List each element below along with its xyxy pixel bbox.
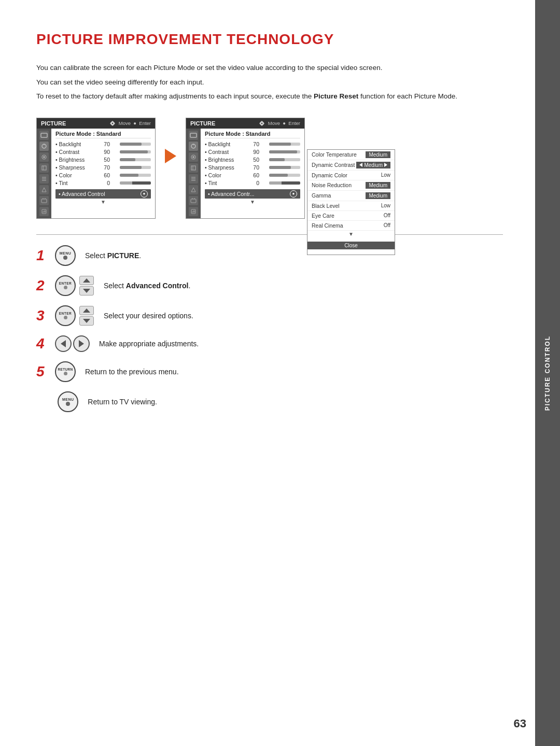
- section-divider: [36, 234, 503, 235]
- intro-line1: You can calibrate the screen for each Pi…: [36, 62, 503, 74]
- step-5-number: 5: [36, 364, 46, 379]
- dropdown-row-gamma: Gamma Medium: [307, 191, 395, 201]
- menu1-row-backlight: • Backlight 70: [55, 140, 151, 148]
- sidebar-icon-1: [39, 131, 49, 140]
- menu2-down-arrow: ▼: [205, 199, 300, 205]
- sidebar2-icon-8: [189, 207, 198, 216]
- step-menu-number: [36, 395, 48, 409]
- svg-point-8: [43, 156, 45, 158]
- menu2-header: PICTURE Move ● Enter: [186, 118, 304, 129]
- sidebar2-icon-7: [189, 196, 198, 205]
- step-1: 1 MENU Select PICTURE.: [36, 245, 503, 266]
- close-button[interactable]: Close: [307, 242, 395, 249]
- menu2-row-brightness: • Brightness 50: [205, 156, 300, 164]
- menu1-mode: Picture Mode : Standard: [55, 131, 151, 138]
- menu2-mode: Picture Mode : Standard: [205, 131, 300, 138]
- svg-marker-22: [259, 121, 261, 125]
- up-down-buttons-2: [79, 305, 94, 326]
- dropdown-value-dynamic-contrast: Medium: [356, 162, 390, 168]
- menu-screenshot-1: PICTURE Move ● Enter: [36, 118, 156, 219]
- dropdown-row-dynamic-contrast: Dynamic Contrast Medium: [307, 160, 395, 171]
- step-4: 4 Make appropriate adjustments.: [36, 335, 503, 352]
- menu2-advanced: • Advanced Contr... ●: [205, 189, 300, 199]
- advanced2-icon: ●: [290, 190, 297, 198]
- step-3-buttons: ENTER: [55, 305, 94, 326]
- menu1-advanced: • Advanced Control ●: [55, 189, 151, 199]
- dropdown-row-dynamic-color: Dynamic Color Low: [307, 171, 395, 180]
- menu1-title: PICTURE: [41, 120, 66, 126]
- svg-marker-3: [113, 121, 115, 125]
- sidebar-icon-3: [39, 152, 49, 162]
- dropdown-value-noise-reduction: Medium: [366, 182, 390, 189]
- dropdown-down-arrow: ▼: [307, 231, 395, 237]
- dropdown-value-color-temp: Medium: [366, 151, 390, 158]
- menu1-main: Picture Mode : Standard • Backlight 70 •…: [51, 129, 155, 218]
- menu2-nav: Move ● Enter: [259, 120, 300, 126]
- step-4-number: 4: [36, 336, 46, 351]
- menu2-row-contrast: • Contrast 90: [205, 148, 300, 156]
- step-4-text: Make appropriate adjustments.: [99, 340, 199, 348]
- svg-rect-24: [190, 133, 197, 137]
- dropdown-label-noise-reduction: Noise Reduction: [312, 182, 352, 188]
- menu2-row-backlight: • Backlight 70: [205, 140, 300, 148]
- svg-rect-34: [191, 199, 196, 203]
- screenshots-area: PICTURE Move ● Enter: [36, 118, 503, 219]
- svg-point-28: [192, 156, 194, 158]
- lr-buttons: [55, 335, 90, 352]
- sidebar-label: PICTURE CONTROL: [535, 0, 560, 746]
- menu2-main: Picture Mode : Standard • Backlight 70 •…: [201, 129, 304, 218]
- step-menu-buttons: MENU: [58, 391, 78, 412]
- page-number: 63: [514, 717, 526, 730]
- dropdown-row-noise-reduction: Noise Reduction Medium: [307, 180, 395, 191]
- enter-button-1[interactable]: ENTER: [55, 275, 76, 296]
- svg-rect-4: [41, 133, 47, 137]
- intro-line2: You can set the video seeing differently…: [36, 77, 503, 88]
- sidebar-text: PICTURE CONTROL: [544, 335, 551, 411]
- down-arrow-button-2[interactable]: [79, 316, 94, 326]
- up-arrow-button-1[interactable]: [79, 276, 94, 285]
- right-arrow-button[interactable]: [73, 335, 90, 352]
- dropdown-row-color-temp: Color Temperature Medium: [307, 150, 395, 160]
- up-down-buttons-1: [79, 275, 94, 296]
- dropdown-label-color-temp: Color Temperature: [312, 151, 357, 158]
- step-5-text: Return to the previous menu.: [85, 368, 179, 376]
- step-2-text: Select Advanced Control.: [104, 281, 190, 290]
- steps-area: 1 MENU Select PICTURE. 2 ENTER: [36, 245, 503, 412]
- step-2: 2 ENTER Select Advanced Control.: [36, 275, 503, 296]
- step-5-buttons: RETURN: [55, 361, 76, 382]
- dropdown-label-gamma: Gamma: [312, 192, 331, 199]
- menu1-header: PICTURE Move ● Enter: [37, 118, 155, 129]
- sidebar2-icon-6: [189, 185, 198, 194]
- sidebar2-icon-1: [189, 131, 198, 140]
- down-arrow-button-1[interactable]: [79, 286, 94, 295]
- step-menu-text: Return to TV viewing.: [88, 398, 157, 406]
- sidebar-icon-2: [39, 142, 49, 151]
- menu1-row-tint: • Tint 0: [55, 179, 151, 187]
- svg-rect-9: [42, 166, 46, 170]
- menu1-nav: Move ● Enter: [109, 120, 151, 126]
- dropdown-value-dynamic-color: Low: [381, 172, 390, 178]
- advanced-icon: ●: [141, 190, 148, 198]
- step-1-buttons: MENU: [55, 245, 76, 266]
- dropdown-value-gamma: Medium: [366, 192, 390, 199]
- enter-button-2[interactable]: ENTER: [55, 305, 76, 326]
- menu2-sidebar: [186, 129, 201, 218]
- return-button[interactable]: RETURN: [55, 361, 76, 382]
- arrow-container: [156, 118, 186, 163]
- menu1-body: Picture Mode : Standard • Backlight 70 •…: [37, 129, 155, 218]
- menu-button-2[interactable]: MENU: [58, 391, 78, 412]
- step-2-number: 2: [36, 278, 46, 293]
- menu-screenshot-2: PICTURE Move ● Enter: [186, 118, 305, 219]
- menu-button[interactable]: MENU: [55, 245, 76, 266]
- menu2-row-tint: • Tint 0: [205, 179, 300, 187]
- sidebar2-icon-4: [189, 163, 198, 173]
- left-arrow-button[interactable]: [55, 335, 72, 352]
- next-arrow-icon: [165, 149, 176, 163]
- up-arrow-button-2[interactable]: [79, 306, 94, 315]
- dropdown-row-real-cinema: Real Cinema Off: [307, 221, 395, 231]
- step-menu-return: MENU Return to TV viewing.: [36, 391, 503, 412]
- dropdown-label-black-level: Black Level: [312, 203, 340, 209]
- svg-rect-14: [41, 199, 47, 203]
- dropdown-value-real-cinema: Off: [384, 222, 390, 228]
- dropdown-label-real-cinema: Real Cinema: [312, 222, 343, 229]
